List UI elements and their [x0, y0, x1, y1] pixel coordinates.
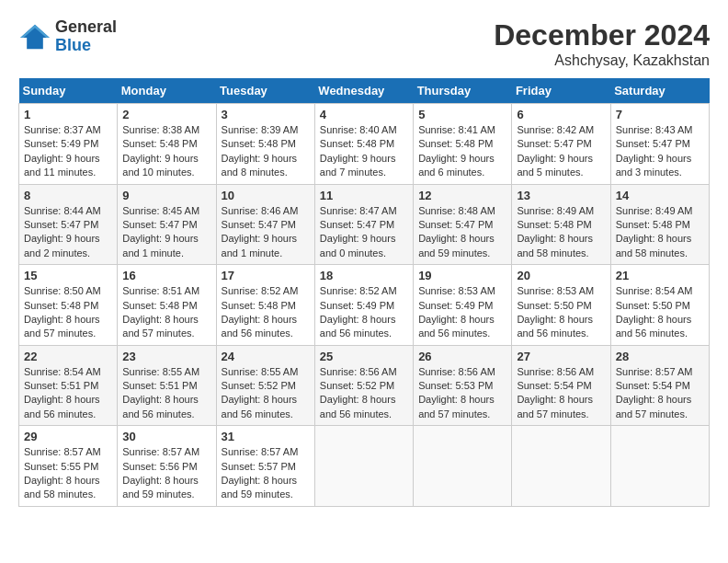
sunset-label: Sunset: 5:50 PM	[517, 300, 591, 311]
svg-marker-0	[20, 25, 50, 49]
day-number: 12	[418, 189, 506, 202]
title-block: December 2024 Ashchysay, Kazakhstan	[494, 18, 710, 69]
sunset-label: Sunset: 5:56 PM	[122, 461, 197, 472]
calendar-week-row: 8 Sunrise: 8:44 AM Sunset: 5:47 PM Dayli…	[19, 184, 710, 265]
logo-line1: General	[55, 18, 117, 37]
sunset-label: Sunset: 5:48 PM	[418, 138, 493, 149]
daylight-label: Daylight: 8 hours and 56 minutes.	[616, 314, 692, 339]
calendar-cell: 31 Sunrise: 8:57 AM Sunset: 5:57 PM Dayl…	[216, 426, 314, 507]
day-info: Sunrise: 8:57 AM Sunset: 5:57 PM Dayligh…	[222, 445, 310, 502]
day-number: 5	[418, 108, 506, 121]
daylight-label: Daylight: 8 hours and 57 minutes.	[616, 394, 692, 419]
daylight-label: Daylight: 8 hours and 59 minutes.	[222, 475, 298, 500]
calendar-cell: 17 Sunrise: 8:52 AM Sunset: 5:48 PM Dayl…	[216, 265, 314, 346]
day-of-week-header: Monday	[118, 78, 216, 104]
sunrise-label: Sunrise: 8:55 AM	[122, 366, 199, 377]
day-info: Sunrise: 8:47 AM Sunset: 5:47 PM Dayligh…	[320, 204, 408, 261]
sunrise-label: Sunrise: 8:40 AM	[320, 124, 397, 135]
day-info: Sunrise: 8:49 AM Sunset: 5:48 PM Dayligh…	[517, 204, 605, 261]
daylight-label: Daylight: 9 hours and 2 minutes.	[24, 233, 100, 258]
sunrise-label: Sunrise: 8:53 AM	[418, 285, 495, 296]
daylight-label: Daylight: 8 hours and 58 minutes.	[616, 233, 692, 258]
sunset-label: Sunset: 5:48 PM	[616, 219, 690, 230]
calendar-cell	[610, 426, 709, 507]
sunrise-label: Sunrise: 8:53 AM	[517, 285, 594, 296]
daylight-label: Daylight: 8 hours and 59 minutes.	[122, 475, 199, 500]
day-info: Sunrise: 8:39 AM Sunset: 5:48 PM Dayligh…	[222, 123, 310, 180]
calendar-cell: 8 Sunrise: 8:44 AM Sunset: 5:47 PM Dayli…	[19, 184, 118, 265]
day-number: 13	[517, 189, 605, 202]
daylight-label: Daylight: 9 hours and 11 minutes.	[24, 153, 100, 178]
sunrise-label: Sunrise: 8:39 AM	[222, 124, 299, 135]
calendar-week-row: 29 Sunrise: 8:57 AM Sunset: 5:55 PM Dayl…	[19, 426, 710, 507]
day-number: 30	[122, 430, 210, 443]
location: Ashchysay, Kazakhstan	[494, 52, 710, 69]
daylight-label: Daylight: 8 hours and 56 minutes.	[320, 314, 396, 339]
daylight-label: Daylight: 8 hours and 56 minutes.	[418, 314, 495, 339]
day-info: Sunrise: 8:50 AM Sunset: 5:48 PM Dayligh…	[24, 284, 112, 341]
day-number: 1	[24, 108, 112, 121]
daylight-label: Daylight: 9 hours and 1 minute.	[222, 233, 298, 258]
month-year: December 2024	[494, 18, 710, 52]
daylight-label: Daylight: 8 hours and 56 minutes.	[320, 394, 396, 419]
day-info: Sunrise: 8:57 AM Sunset: 5:54 PM Dayligh…	[616, 365, 704, 422]
calendar-cell	[414, 426, 512, 507]
day-number: 15	[24, 269, 112, 282]
day-number: 23	[122, 350, 210, 363]
calendar-cell: 18 Sunrise: 8:52 AM Sunset: 5:49 PM Dayl…	[314, 265, 413, 346]
calendar-cell: 7 Sunrise: 8:43 AM Sunset: 5:47 PM Dayli…	[610, 104, 709, 185]
daylight-label: Daylight: 8 hours and 57 minutes.	[24, 314, 100, 339]
day-number: 22	[24, 350, 112, 363]
day-info: Sunrise: 8:54 AM Sunset: 5:51 PM Dayligh…	[24, 365, 112, 422]
calendar-cell: 27 Sunrise: 8:56 AM Sunset: 5:54 PM Dayl…	[512, 345, 610, 426]
day-info: Sunrise: 8:52 AM Sunset: 5:48 PM Dayligh…	[222, 284, 310, 341]
calendar-cell	[314, 426, 413, 507]
sunset-label: Sunset: 5:47 PM	[222, 219, 296, 230]
sunset-label: Sunset: 5:48 PM	[517, 219, 591, 230]
calendar-cell: 6 Sunrise: 8:42 AM Sunset: 5:47 PM Dayli…	[512, 104, 610, 185]
sunset-label: Sunset: 5:54 PM	[517, 380, 591, 391]
daylight-label: Daylight: 8 hours and 57 minutes.	[122, 314, 199, 339]
calendar-cell: 30 Sunrise: 8:57 AM Sunset: 5:56 PM Dayl…	[118, 426, 216, 507]
sunrise-label: Sunrise: 8:46 AM	[222, 205, 299, 216]
day-info: Sunrise: 8:48 AM Sunset: 5:47 PM Dayligh…	[418, 204, 506, 261]
day-number: 31	[222, 430, 310, 443]
sunrise-label: Sunrise: 8:52 AM	[222, 285, 299, 296]
calendar-cell	[512, 426, 610, 507]
day-info: Sunrise: 8:53 AM Sunset: 5:49 PM Dayligh…	[418, 284, 506, 341]
calendar-cell: 26 Sunrise: 8:56 AM Sunset: 5:53 PM Dayl…	[414, 345, 512, 426]
sunset-label: Sunset: 5:53 PM	[418, 380, 493, 391]
day-info: Sunrise: 8:53 AM Sunset: 5:50 PM Dayligh…	[517, 284, 605, 341]
calendar-cell: 19 Sunrise: 8:53 AM Sunset: 5:49 PM Dayl…	[414, 265, 512, 346]
day-info: Sunrise: 8:57 AM Sunset: 5:55 PM Dayligh…	[24, 445, 112, 502]
day-info: Sunrise: 8:56 AM Sunset: 5:52 PM Dayligh…	[320, 365, 408, 422]
sunset-label: Sunset: 5:47 PM	[616, 138, 690, 149]
sunset-label: Sunset: 5:47 PM	[517, 138, 591, 149]
daylight-label: Daylight: 9 hours and 0 minutes.	[320, 233, 396, 258]
day-of-week-header: Wednesday	[314, 78, 413, 104]
day-info: Sunrise: 8:54 AM Sunset: 5:50 PM Dayligh…	[616, 284, 704, 341]
logo: General Blue	[18, 18, 117, 55]
calendar-cell: 28 Sunrise: 8:57 AM Sunset: 5:54 PM Dayl…	[610, 345, 709, 426]
day-of-week-header: Saturday	[610, 78, 709, 104]
calendar-cell: 16 Sunrise: 8:51 AM Sunset: 5:48 PM Dayl…	[118, 265, 216, 346]
header: General Blue December 2024 Ashchysay, Ka…	[18, 18, 710, 69]
day-number: 17	[222, 269, 310, 282]
calendar-cell: 14 Sunrise: 8:49 AM Sunset: 5:48 PM Dayl…	[610, 184, 709, 265]
calendar-table: SundayMondayTuesdayWednesdayThursdayFrid…	[18, 78, 710, 507]
daylight-label: Daylight: 9 hours and 5 minutes.	[517, 153, 593, 178]
sunrise-label: Sunrise: 8:49 AM	[616, 205, 693, 216]
sunrise-label: Sunrise: 8:57 AM	[616, 366, 693, 377]
day-info: Sunrise: 8:42 AM Sunset: 5:47 PM Dayligh…	[517, 123, 605, 180]
calendar-cell: 23 Sunrise: 8:55 AM Sunset: 5:51 PM Dayl…	[118, 345, 216, 426]
day-info: Sunrise: 8:46 AM Sunset: 5:47 PM Dayligh…	[222, 204, 310, 261]
calendar-cell: 5 Sunrise: 8:41 AM Sunset: 5:48 PM Dayli…	[414, 104, 512, 185]
daylight-label: Daylight: 8 hours and 59 minutes.	[418, 233, 495, 258]
sunrise-label: Sunrise: 8:55 AM	[222, 366, 299, 377]
day-number: 10	[222, 189, 310, 202]
sunrise-label: Sunrise: 8:41 AM	[418, 124, 495, 135]
calendar-cell: 12 Sunrise: 8:48 AM Sunset: 5:47 PM Dayl…	[414, 184, 512, 265]
daylight-label: Daylight: 8 hours and 58 minutes.	[517, 233, 593, 258]
sunrise-label: Sunrise: 8:48 AM	[418, 205, 495, 216]
day-info: Sunrise: 8:43 AM Sunset: 5:47 PM Dayligh…	[616, 123, 704, 180]
